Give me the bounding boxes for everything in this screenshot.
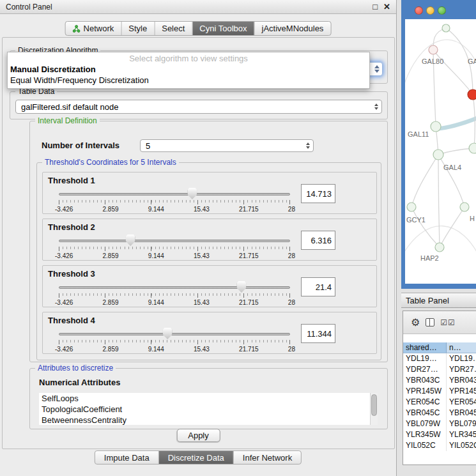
scrollbar-thumb[interactable] (371, 394, 377, 416)
threshold-value-field[interactable]: 14.713 (301, 184, 335, 203)
threshold-value-field[interactable]: 21.4 (301, 277, 335, 296)
float-icon[interactable]: □ (372, 3, 378, 11)
tab-infer-network[interactable]: Infer Network (234, 451, 301, 464)
table-column-headers: shared… n… (403, 342, 476, 353)
cell-name: YIL052C (447, 440, 476, 451)
network-node-gal11[interactable] (431, 121, 441, 132)
cyni-content-frame: Discretization Algorithm Select algorith… (2, 37, 395, 449)
scale-label: 21.715 (239, 299, 259, 306)
network-edge (411, 155, 438, 207)
slider-thumb[interactable] (126, 234, 135, 246)
tab-style[interactable]: Style (121, 22, 155, 35)
scale-label: 28 (288, 346, 295, 353)
number-of-intervals-label: Number of Intervals (42, 141, 119, 150)
slider-track[interactable] (59, 333, 290, 335)
slider-thumb[interactable] (187, 188, 197, 199)
network-node[interactable] (469, 143, 476, 153)
scale-label: 2.859 (103, 206, 119, 213)
slider-thumb[interactable] (236, 281, 246, 293)
slider-scale: -3.4262.8599.14415.4321.71528 (55, 346, 295, 353)
table-row[interactable]: YBR045CYBR045C (403, 408, 476, 418)
network-node-gal4[interactable] (433, 150, 443, 160)
traffic-light-zoom[interactable] (438, 6, 446, 15)
dropdown-option-equal-width[interactable]: Equal Width/Frequency Discretization (8, 75, 369, 86)
traffic-light-close[interactable] (415, 6, 423, 15)
network-node-gcy1[interactable] (407, 203, 416, 211)
network-node[interactable] (460, 203, 469, 211)
threshold-value-field[interactable]: 6.316 (301, 231, 335, 250)
table-row[interactable]: YLR345WYLR345W (403, 429, 476, 440)
slider-major-ticks (59, 340, 290, 344)
column-header-shared-name[interactable]: shared… (403, 342, 447, 353)
dropdown-placeholder: Select algorithm to view settings (8, 54, 369, 64)
table-row[interactable]: YPR145WYPR145W (403, 386, 476, 397)
tab-cyni-toolbox[interactable]: Cyni Toolbox (192, 22, 254, 35)
attributes-list[interactable]: SelfLoops TopologicalCoefficient Between… (39, 393, 378, 425)
scale-label: -3.426 (55, 252, 73, 259)
traffic-light-minimize[interactable] (426, 6, 434, 15)
table-row[interactable]: YIL052CYIL052C (403, 440, 476, 451)
network-node[interactable] (442, 24, 450, 32)
threshold-block-3: Threshold 3 -3.4262.8599.14415.4321.7152… (42, 265, 377, 307)
tab-jactivemnodules-label: jActiveMNodules (262, 24, 324, 33)
cell-name: YER054C (447, 397, 476, 408)
threshold-slider[interactable]: -3.4262.8599.14415.4321.71528 (59, 280, 290, 307)
column-header-name[interactable]: n… (447, 342, 476, 353)
slider-scale: -3.4262.8599.14415.4321.71528 (55, 206, 295, 213)
network-edge (438, 155, 440, 247)
scale-label: 9.144 (148, 346, 164, 353)
table-data-combobox[interactable]: galFiltered.sif default node (15, 100, 382, 114)
slider-thumb[interactable] (163, 328, 173, 339)
tab-network[interactable]: Network (66, 22, 122, 35)
list-scrollbar[interactable] (370, 393, 378, 425)
control-panel-window: Control Panel □ ✕ Network Style Select C… (0, 0, 397, 476)
close-icon[interactable]: ✕ (383, 3, 390, 11)
network-node-gal80[interactable] (429, 45, 438, 54)
cell-shared-name: YBL079W (403, 418, 447, 429)
number-of-intervals-combobox[interactable]: 5 (140, 139, 314, 152)
threshold-slider[interactable]: -3.4262.8599.14415.4321.71528 (59, 233, 290, 260)
scale-label: 15.43 (194, 299, 210, 306)
tab-impute-data[interactable]: Impute Data (95, 451, 159, 464)
apply-button[interactable]: Apply (176, 429, 220, 442)
scale-label: 9.144 (148, 252, 164, 259)
cell-name: YDR27… (447, 364, 476, 375)
table-body[interactable]: YDL19…YDL19… YDR27…YDR27… YBR043CYBR043C… (403, 353, 476, 451)
network-canvas[interactable]: GAL80 GA GAL11 GAL4 GCY1 H HAP2 (405, 19, 476, 284)
network-edge (433, 50, 473, 95)
scale-label: -3.426 (55, 346, 73, 353)
table-row[interactable]: YDR27…YDR27… (403, 364, 476, 375)
threshold-slider[interactable]: -3.4262.8599.14415.4321.71528 (59, 326, 290, 353)
table-data-value: galFiltered.sif default node (21, 102, 118, 112)
table-row[interactable]: YER054CYER054C (403, 397, 476, 408)
table-row[interactable]: YBL079WYBL079W (403, 418, 476, 429)
list-item[interactable]: SelfLoops (39, 393, 378, 404)
slider-track[interactable] (59, 193, 290, 196)
threshold-slider[interactable]: -3.4262.8599.14415.4321.71528 (59, 187, 290, 213)
cell-shared-name: YDR27… (403, 364, 447, 375)
columns-icon[interactable] (426, 318, 434, 326)
tab-jactivemnodules[interactable]: jActiveMNodules (255, 22, 331, 35)
slider-track[interactable] (59, 240, 290, 242)
scale-label: 28 (288, 252, 295, 259)
scale-label: 15.43 (194, 346, 210, 353)
network-graph[interactable]: GAL80 GA GAL11 GAL4 GCY1 H HAP2 (405, 19, 476, 284)
list-item[interactable]: TopologicalCoefficient (39, 404, 378, 415)
table-row[interactable]: YDL19…YDL19… (403, 353, 476, 364)
tab-discretize-data-label: Discretize Data (168, 453, 224, 463)
threshold-value-field[interactable]: 11.344 (301, 324, 335, 343)
gear-icon[interactable]: ⚙ (411, 318, 420, 328)
slider-track[interactable] (59, 286, 290, 289)
tab-discretize-data[interactable]: Discretize Data (159, 451, 234, 464)
threshold-block-4: Threshold 4 -3.4262.8599.14415.4321.7152… (42, 312, 377, 354)
table-row[interactable]: YBR043CYBR043C (403, 375, 476, 386)
node-label-clipped: H (470, 215, 475, 222)
network-node-selected[interactable] (468, 89, 476, 100)
tab-select[interactable]: Select (155, 22, 192, 35)
dropdown-option-manual-discretization[interactable]: Manual Discretization (8, 64, 369, 75)
list-item[interactable]: BetweennessCentrality (39, 415, 378, 425)
control-panel-titlebar: Control Panel □ ✕ (0, 0, 396, 14)
network-node-hap2[interactable] (435, 243, 444, 252)
network-edge-thick (436, 118, 476, 129)
select-columns-icon[interactable]: ☑☑ (440, 319, 456, 326)
